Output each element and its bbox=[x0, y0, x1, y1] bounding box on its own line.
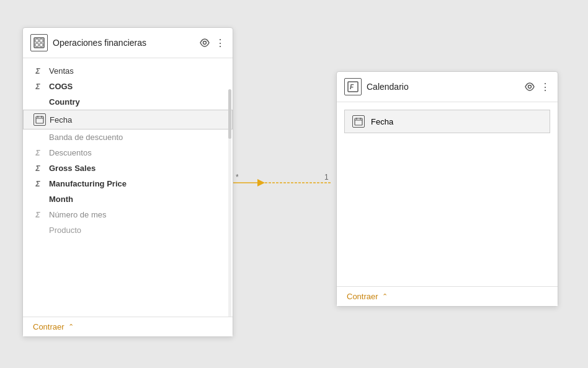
left-panel-body: Σ Ventas Σ COGS Country bbox=[23, 58, 233, 336]
right-panel-body: Fecha bbox=[337, 102, 558, 305]
right-panel-eye-icon[interactable] bbox=[524, 82, 535, 91]
svg-text:F: F bbox=[350, 84, 354, 90]
svg-text:*: * bbox=[236, 173, 239, 182]
list-item-nummes[interactable]: Σ Número de mes bbox=[23, 207, 233, 222]
list-item-gross[interactable]: Σ Gross Sales bbox=[23, 160, 233, 176]
right-panel-fecha-item[interactable]: Fecha bbox=[344, 110, 550, 133]
list-item-country[interactable]: Country bbox=[23, 94, 233, 110]
svg-rect-7 bbox=[40, 39, 43, 42]
svg-rect-6 bbox=[35, 39, 38, 42]
svg-rect-8 bbox=[35, 43, 38, 46]
list-item-cogs[interactable]: Σ COGS bbox=[23, 79, 233, 94]
item-label-ventas: Ventas bbox=[49, 66, 74, 76]
svg-point-10 bbox=[203, 42, 207, 45]
item-label-nummes: Número de mes bbox=[49, 210, 106, 219]
right-panel-footer: Contraer ⌃ bbox=[337, 286, 558, 306]
item-label-country: Country bbox=[49, 97, 80, 107]
right-panel-fecha-label: Fecha bbox=[371, 117, 393, 126]
item-label-producto: Producto bbox=[49, 226, 81, 235]
svg-rect-18 bbox=[355, 118, 362, 125]
left-panel-chevron-up-icon: ⌃ bbox=[68, 323, 74, 331]
sigma-icon-manuf: Σ bbox=[33, 180, 43, 188]
sigma-icon-descuentos: Σ bbox=[33, 149, 43, 157]
left-panel-header-icons: ⋮ bbox=[199, 37, 225, 49]
list-item-descuentos[interactable]: Σ Descuentos bbox=[23, 145, 233, 160]
right-panel: F Calendario ⋮ bbox=[336, 71, 558, 307]
calendar-icon-right-fecha bbox=[352, 115, 365, 128]
svg-text:1: 1 bbox=[324, 173, 329, 182]
item-label-cogs: COGS bbox=[49, 82, 73, 91]
sigma-icon-nummes: Σ bbox=[33, 211, 43, 219]
item-label-manuf: Manufacturing Price bbox=[49, 179, 127, 188]
right-panel-title: Calendario bbox=[367, 82, 519, 92]
svg-rect-9 bbox=[40, 43, 43, 46]
svg-rect-11 bbox=[36, 116, 43, 123]
list-item-ventas[interactable]: Σ Ventas bbox=[23, 63, 233, 79]
right-panel-chevron-up-icon: ⌃ bbox=[382, 292, 388, 300]
item-label-descuentos: Descuentos bbox=[49, 148, 92, 157]
right-panel-header-icon: F bbox=[344, 78, 362, 95]
left-panel-scrolltrack bbox=[228, 89, 231, 325]
calendar-icon-fecha bbox=[33, 113, 43, 126]
right-panel-header-icons: ⋮ bbox=[524, 81, 550, 93]
left-panel-header-icon bbox=[30, 34, 48, 51]
list-item-month[interactable]: Month bbox=[23, 191, 233, 207]
left-panel-title: Operaciones financieras bbox=[53, 38, 194, 48]
left-panel-more-icon[interactable]: ⋮ bbox=[215, 37, 225, 49]
left-panel-list: Σ Ventas Σ COGS Country bbox=[23, 58, 233, 243]
left-panel-eye-icon[interactable] bbox=[199, 38, 210, 47]
sigma-icon-ventas: Σ bbox=[33, 67, 43, 76]
item-label-gross: Gross Sales bbox=[49, 164, 96, 173]
list-item-producto[interactable]: Producto bbox=[23, 222, 233, 238]
left-panel-scrollthumb[interactable] bbox=[228, 89, 231, 139]
right-panel-collapse-label: Contraer bbox=[347, 292, 378, 301]
list-item-banda[interactable]: Banda de descuento bbox=[23, 129, 233, 145]
left-panel-collapse-btn[interactable]: Contraer ⌃ bbox=[33, 322, 74, 331]
sigma-icon-gross: Σ bbox=[33, 164, 43, 173]
sigma-icon-cogs: Σ bbox=[33, 82, 43, 91]
item-label-fecha: Fecha bbox=[50, 115, 72, 125]
right-panel-more-icon[interactable]: ⋮ bbox=[540, 81, 550, 93]
item-label-banda: Banda de descuento bbox=[49, 133, 123, 142]
left-panel-collapse-label: Contraer bbox=[33, 322, 65, 331]
list-item-fecha[interactable]: Fecha bbox=[23, 110, 233, 129]
left-panel: Operaciones financieras ⋮ Σ Ventas Σ COG… bbox=[22, 27, 233, 337]
left-panel-footer: Contraer ⌃ bbox=[23, 317, 233, 336]
list-item-manuf[interactable]: Σ Manufacturing Price bbox=[23, 176, 233, 191]
right-panel-collapse-btn[interactable]: Contraer ⌃ bbox=[347, 292, 388, 301]
left-panel-header: Operaciones financieras ⋮ bbox=[23, 28, 233, 58]
right-panel-header: F Calendario ⋮ bbox=[337, 72, 558, 102]
svg-point-17 bbox=[528, 85, 532, 89]
svg-marker-2 bbox=[257, 179, 265, 186]
item-label-month: Month bbox=[49, 195, 73, 204]
